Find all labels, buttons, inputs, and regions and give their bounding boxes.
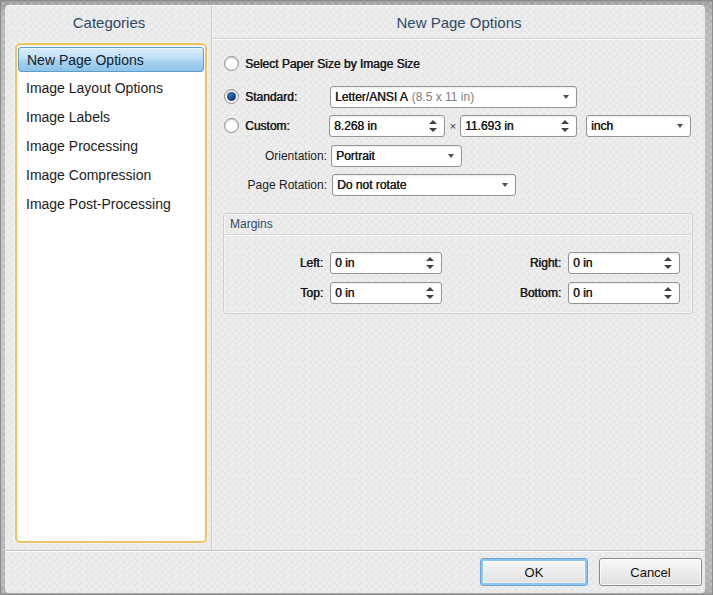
chevron-down-icon bbox=[502, 183, 508, 187]
margins-title: Margins bbox=[230, 215, 273, 232]
times-separator: × bbox=[446, 115, 460, 137]
chevron-down-icon bbox=[677, 124, 683, 128]
label-standard[interactable]: Standard: bbox=[245, 86, 297, 108]
radio-standard[interactable] bbox=[224, 89, 239, 104]
category-image-compression[interactable]: Image Compression bbox=[17, 160, 205, 189]
label-margin-right: Right: bbox=[471, 252, 561, 274]
standard-size-select[interactable]: Letter/ANSI A (8.5 x 11 in) bbox=[330, 86, 577, 108]
standard-size-value: Letter/ANSI A bbox=[335, 90, 408, 104]
spinner-arrows-icon[interactable] bbox=[426, 287, 435, 299]
chevron-down-icon bbox=[563, 95, 569, 99]
label-custom[interactable]: Custom: bbox=[245, 115, 290, 137]
category-image-post-processing[interactable]: Image Post-Processing bbox=[17, 189, 205, 218]
page-title: New Page Options bbox=[213, 13, 705, 31]
page-rotation-select[interactable]: Do not rotate bbox=[332, 174, 516, 196]
custom-height-value: 11.693 in bbox=[465, 119, 514, 133]
category-image-labels[interactable]: Image Labels bbox=[17, 102, 205, 131]
orientation-select[interactable]: Portrait bbox=[331, 145, 462, 167]
label-margin-left: Left: bbox=[233, 252, 323, 274]
radio-select-paper-size-by-image-size[interactable] bbox=[224, 56, 239, 71]
label-select-paper-size-by-image-size[interactable]: Select Paper Size by Image Size bbox=[245, 53, 420, 75]
label-margin-bottom: Bottom: bbox=[471, 282, 561, 304]
categories-title: Categories bbox=[7, 13, 211, 31]
category-new-page-options[interactable]: New Page Options bbox=[18, 47, 204, 72]
margin-right-value: 0 in bbox=[573, 256, 592, 270]
cancel-button[interactable]: Cancel bbox=[599, 558, 702, 586]
margin-left-value: 0 in bbox=[335, 256, 354, 270]
category-image-layout-options[interactable]: Image Layout Options bbox=[17, 73, 205, 102]
orientation-value: Portrait bbox=[336, 149, 375, 163]
custom-height-spinner[interactable]: 11.693 in bbox=[460, 115, 577, 137]
margin-right-spinner[interactable]: 0 in bbox=[568, 252, 680, 274]
units-value: inch bbox=[591, 119, 613, 133]
label-page-rotation: Page Rotation: bbox=[213, 174, 327, 196]
spinner-arrows-icon[interactable] bbox=[664, 257, 673, 269]
spinner-arrows-icon[interactable] bbox=[664, 287, 673, 299]
margin-top-value: 0 in bbox=[335, 286, 354, 300]
label-orientation: Orientation: bbox=[213, 145, 327, 167]
ok-button[interactable]: OK bbox=[480, 558, 588, 586]
margin-bottom-value: 0 in bbox=[573, 286, 592, 300]
margin-top-spinner[interactable]: 0 in bbox=[330, 282, 442, 304]
spinner-arrows-icon[interactable] bbox=[426, 257, 435, 269]
page-rotation-value: Do not rotate bbox=[337, 178, 406, 192]
spinner-arrows-icon[interactable] bbox=[429, 120, 438, 132]
categories-listbox: New Page Options Image Layout Options Im… bbox=[15, 43, 207, 543]
category-image-processing[interactable]: Image Processing bbox=[17, 131, 205, 160]
custom-width-value: 8.268 in bbox=[334, 119, 377, 133]
margins-rule-highlight bbox=[224, 235, 692, 236]
units-select[interactable]: inch bbox=[586, 115, 691, 137]
new-page-options-dialog: Categories New Page Options New Page Opt… bbox=[0, 0, 713, 595]
radio-custom[interactable] bbox=[224, 118, 239, 133]
custom-width-spinner[interactable]: 8.268 in bbox=[329, 115, 445, 137]
spinner-arrows-icon[interactable] bbox=[561, 120, 570, 132]
margin-bottom-spinner[interactable]: 0 in bbox=[568, 282, 680, 304]
margin-left-spinner[interactable]: 0 in bbox=[330, 252, 442, 274]
header-rule-highlight bbox=[213, 39, 705, 40]
footer-separator-highlight bbox=[6, 551, 705, 552]
label-margin-top: Top: bbox=[233, 282, 323, 304]
standard-size-detail: (8.5 x 11 in) bbox=[412, 90, 474, 104]
chevron-down-icon bbox=[448, 154, 454, 158]
panel-divider-highlight bbox=[212, 6, 213, 550]
